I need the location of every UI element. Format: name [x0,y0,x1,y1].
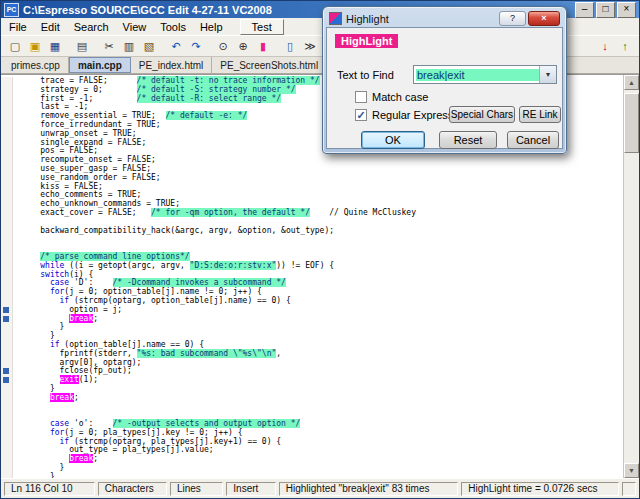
regular-expression-checkbox[interactable]: ✓ [355,109,367,121]
menu-help[interactable]: Help [193,20,230,34]
selection-margin [1,156,13,165]
redo-button[interactable]: ↷ [186,37,206,56]
selection-margin [1,191,13,200]
code-line: } [1,385,624,394]
menu-file[interactable]: File [2,20,34,34]
selection-margin [1,218,13,227]
menu-view[interactable]: View [116,20,154,34]
selection-margin [1,446,13,455]
dialog-help-button[interactable]: ? [499,11,526,26]
margin-mark [1,367,13,376]
selection-margin [1,227,13,236]
selection-margin [1,411,13,420]
combobox-dropdown-icon[interactable]: ▾ [539,66,556,83]
bookmark-button[interactable]: ▯ [280,37,300,56]
selection-margin [1,147,13,156]
indent-button[interactable]: ≫ [300,37,320,56]
save-file-icon: ▦ [50,41,60,52]
paste-button[interactable]: ▧ [139,37,159,56]
new-file-button[interactable]: ▢ [5,37,25,56]
selection-margin [1,253,13,262]
margin-mark [1,376,13,385]
selection-margin [1,121,13,130]
cancel-button[interactable]: Cancel [507,131,559,149]
highlight-icon: ▮ [260,41,266,52]
goto-bottom-button[interactable]: ↓ [595,37,615,56]
save-file-button[interactable]: ▦ [45,37,65,56]
tab-primes.cpp[interactable]: primes.cpp [3,57,69,73]
code-line: backward_compatibility_hack(&argc, argv,… [1,227,624,236]
cut-icon: ✂ [104,41,113,52]
code-line: exact_cover = FALSE; /* for -qm option, … [1,209,624,218]
selection-margin [1,77,13,86]
tab-main.cpp[interactable]: main.cpp [69,57,131,73]
status-lines: Lines [170,482,223,496]
indent-icon: ≫ [304,41,316,52]
code-text [13,235,21,244]
vertical-scrollbar[interactable]: ▲ ▼ [623,75,639,478]
code-text: break; [13,394,79,403]
special-chars-button[interactable]: Special Chars [449,106,515,123]
scroll-down-icon[interactable]: ▼ [624,463,639,478]
ok-button[interactable]: OK [361,131,425,149]
selection-margin [1,235,13,244]
match-case-checkbox[interactable] [355,91,367,103]
reset-button[interactable]: Reset [439,131,497,149]
selection-margin [1,473,13,478]
highlight-badge: HighLight [335,34,398,48]
status-time-info: HighLight time = 0.0726 secs [461,482,619,496]
re-link-button[interactable]: RE Link [519,106,561,123]
menu-items: FileEditSearchViewToolsHelp [2,20,230,34]
maximize-button[interactable]: □ [596,2,615,18]
undo-button[interactable]: ↶ [166,37,186,56]
dialog-title-bar[interactable]: Highlight ? × [326,10,563,27]
code-line: exit(1); [1,376,624,385]
menu-edit[interactable]: Edit [34,20,67,34]
selection-margin [1,438,13,447]
code-line: } [1,473,624,478]
code-line: } [1,323,624,332]
selection-margin [1,244,13,253]
selection-margin [1,112,13,121]
code-text: backward_compatibility_hack(&argc, argv,… [13,227,334,236]
scroll-thumb[interactable] [624,93,639,153]
status-bar: Ln 116 Col 10 Characters Lines Insert Hi… [1,478,639,498]
selection-margin [1,174,13,183]
code-text [13,218,21,227]
scroll-up-icon[interactable]: ▲ [624,75,639,90]
margin-mark [1,306,13,315]
dialog-icon [329,12,342,25]
menu-search[interactable]: Search [67,20,116,34]
selection-margin [1,350,13,359]
find-button[interactable]: ⊙ [213,37,233,56]
goto-top-button[interactable]: ↑ [615,37,635,56]
selection-margin [1,86,13,95]
code-text: exact_cover = FALSE; /* for -qm option, … [13,209,416,218]
selection-margin [1,402,13,411]
print-button[interactable]: ▤ [72,37,92,56]
match-case-row: Match case [355,91,428,103]
text-to-find-combobox[interactable]: break|exit ▾ [413,65,557,84]
highlight-button[interactable]: ▮ [253,37,273,56]
code-line [1,402,624,411]
minimize-button[interactable]: – [575,2,594,18]
find-next-button[interactable]: ⊕ [233,37,253,56]
dialog-close-button[interactable]: × [528,11,560,26]
cut-button[interactable]: ✂ [99,37,119,56]
selection-margin [1,420,13,429]
code-text: } [13,473,55,478]
selection-margin [1,341,13,350]
find-icon: ⊙ [218,41,227,52]
open-file-icon: ▣ [30,41,40,52]
menu-tools[interactable]: Tools [153,20,193,34]
status-mode: Insert [226,482,275,496]
close-button[interactable]: × [617,2,636,18]
tab-PE_index.html[interactable]: PE_index.html [131,57,212,73]
test-button[interactable]: Test [240,19,284,35]
selection-margin [1,323,13,332]
open-file-button[interactable]: ▣ [25,37,45,56]
copy-button[interactable]: ▥ [119,37,139,56]
tab-PE_ScreenShots.html[interactable]: PE_ScreenShots.html [212,57,327,73]
selection-margin [1,95,13,104]
copy-icon: ▥ [124,41,134,52]
